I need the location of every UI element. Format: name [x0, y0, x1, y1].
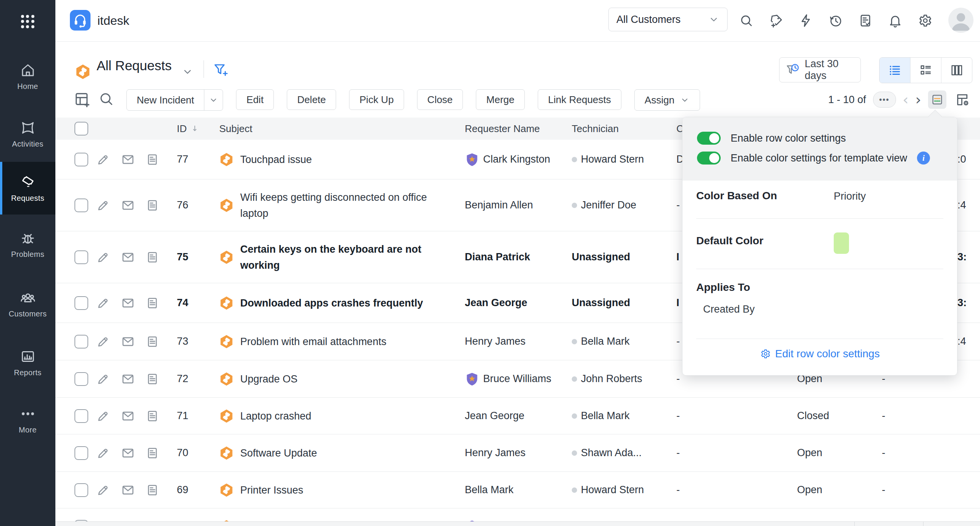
- row-checkbox[interactable]: [74, 446, 88, 460]
- row-mail-action[interactable]: [121, 231, 135, 283]
- request-subject-text[interactable]: Certain keys on the keyboard are not wor…: [240, 241, 456, 273]
- view-selector-chevron-down-icon[interactable]: [181, 66, 194, 78]
- search-list-icon[interactable]: [98, 91, 114, 107]
- envelope-icon[interactable]: [121, 296, 135, 310]
- request-subject[interactable]: Touchpad issue: [240, 140, 456, 179]
- row-note-action[interactable]: [146, 472, 159, 508]
- new-incident-button[interactable]: New Incident: [126, 89, 223, 111]
- sidebar-item-reports[interactable]: Reports: [0, 342, 55, 384]
- sidebar-item-problems[interactable]: Problems: [0, 223, 55, 265]
- row-note-action[interactable]: [146, 140, 159, 179]
- row-checkbox[interactable]: [74, 153, 88, 166]
- row-note-action[interactable]: [146, 434, 159, 471]
- pencil-icon[interactable]: [96, 335, 110, 349]
- note-icon[interactable]: [146, 372, 159, 386]
- note-icon[interactable]: [146, 296, 159, 310]
- envelope-icon[interactable]: [121, 198, 135, 213]
- pencil-icon[interactable]: [96, 409, 110, 423]
- note-icon[interactable]: [146, 483, 159, 497]
- row-mail-action[interactable]: [121, 323, 135, 360]
- next-page-chevron-icon[interactable]: ›: [915, 92, 921, 107]
- app-launcher-waffle-icon[interactable]: [20, 14, 36, 29]
- row-note-action[interactable]: [146, 398, 159, 434]
- request-subject-text[interactable]: Printer Issues: [240, 482, 456, 498]
- toggle-switch[interactable]: [697, 132, 721, 145]
- note-icon[interactable]: [146, 250, 159, 264]
- assign-button[interactable]: Assign: [634, 89, 700, 111]
- row-color-settings-icon[interactable]: [928, 90, 946, 109]
- pencil-icon[interactable]: [96, 153, 110, 166]
- pencil-icon[interactable]: [96, 446, 110, 460]
- request-subject[interactable]: Problem with email attachments: [240, 323, 456, 360]
- merge-button[interactable]: Merge: [476, 89, 525, 110]
- edit-button[interactable]: Edit: [236, 89, 274, 110]
- row-edit-action[interactable]: [96, 140, 110, 179]
- ticket-add-icon[interactable]: [769, 13, 783, 28]
- row-edit-action[interactable]: [96, 323, 110, 360]
- request-subject-text[interactable]: Downloaded apps crashes frequently: [240, 295, 456, 311]
- settings-icon[interactable]: [918, 13, 932, 28]
- row-edit-action[interactable]: [96, 472, 110, 508]
- new-incident-dropdown-chevron-icon[interactable]: [204, 90, 223, 110]
- row-mail-action[interactable]: [121, 398, 135, 434]
- row-checkbox[interactable]: [74, 483, 88, 497]
- envelope-icon[interactable]: [121, 250, 135, 265]
- row-mail-action[interactable]: [121, 283, 135, 323]
- request-subject[interactable]: Upgrade OS: [240, 360, 456, 397]
- request-row-69[interactable]: 69Printer IssuesBella MarkHoward Stern-O…: [55, 472, 980, 508]
- pagination-ellipsis-button[interactable]: •••: [873, 92, 896, 108]
- row-edit-action[interactable]: [96, 434, 110, 471]
- card-view-button[interactable]: [910, 58, 941, 83]
- sidebar-item-customers[interactable]: Customers: [0, 282, 55, 325]
- row-mail-action[interactable]: [121, 360, 135, 397]
- note-icon[interactable]: [146, 335, 159, 349]
- row-checkbox[interactable]: [74, 409, 88, 423]
- select-all-checkbox[interactable]: [74, 122, 88, 136]
- row-note-action[interactable]: [146, 323, 159, 360]
- column-settings-icon[interactable]: [953, 90, 972, 109]
- request-subject-text[interactable]: Software Update: [240, 445, 456, 461]
- row-edit-action[interactable]: [96, 283, 110, 323]
- link-requests-button[interactable]: Link Requests: [538, 89, 621, 110]
- request-subject-text[interactable]: Touchpad issue: [240, 152, 456, 168]
- request-subject-text[interactable]: Laptop crashed: [240, 408, 456, 424]
- sidebar-item-requests[interactable]: Requests: [0, 162, 55, 215]
- info-icon[interactable]: i: [917, 152, 930, 165]
- zap-icon[interactable]: [799, 13, 813, 28]
- previous-page-chevron-icon[interactable]: ‹: [903, 92, 909, 107]
- delete-button[interactable]: Delete: [287, 89, 336, 110]
- sidebar-item-more[interactable]: More: [0, 401, 55, 439]
- row-note-action[interactable]: [146, 231, 159, 283]
- row-note-action[interactable]: [146, 283, 159, 323]
- row-edit-action[interactable]: [96, 231, 110, 283]
- row-note-action[interactable]: [146, 179, 159, 231]
- envelope-icon[interactable]: [121, 483, 135, 497]
- note-icon[interactable]: [146, 198, 159, 212]
- row-edit-action[interactable]: [96, 398, 110, 434]
- request-subject[interactable]: Laptop crashed: [240, 398, 456, 434]
- request-subject-text[interactable]: Upgrade OS: [240, 371, 456, 387]
- pencil-icon[interactable]: [96, 483, 110, 497]
- envelope-icon[interactable]: [121, 446, 135, 460]
- row-edit-action[interactable]: [96, 179, 110, 231]
- column-view-button[interactable]: [941, 58, 972, 83]
- pencil-icon[interactable]: [96, 296, 110, 310]
- request-subject[interactable]: Wifi keeps getting disconnected on offic…: [240, 179, 456, 231]
- sidebar-item-home[interactable]: Home: [0, 57, 55, 95]
- toggle-switch[interactable]: [697, 152, 721, 165]
- list-view-button[interactable]: [880, 58, 910, 83]
- sort-descending-icon[interactable]: [190, 124, 200, 134]
- request-subject-text[interactable]: Problem with email attachments: [240, 334, 456, 350]
- row-mail-action[interactable]: [121, 140, 135, 179]
- request-subject[interactable]: Certain keys on the keyboard are not wor…: [240, 231, 456, 283]
- notifications-icon[interactable]: [888, 13, 902, 28]
- row-checkbox[interactable]: [74, 296, 88, 310]
- add-filter-icon[interactable]: [213, 62, 229, 78]
- default-color-swatch[interactable]: [834, 232, 849, 254]
- close-button[interactable]: Close: [417, 89, 463, 110]
- row-mail-action[interactable]: [121, 434, 135, 471]
- user-avatar[interactable]: [948, 8, 974, 33]
- note-icon[interactable]: [146, 446, 159, 460]
- request-subject[interactable]: Software Update: [240, 434, 456, 471]
- column-header-id[interactable]: ID: [177, 118, 200, 140]
